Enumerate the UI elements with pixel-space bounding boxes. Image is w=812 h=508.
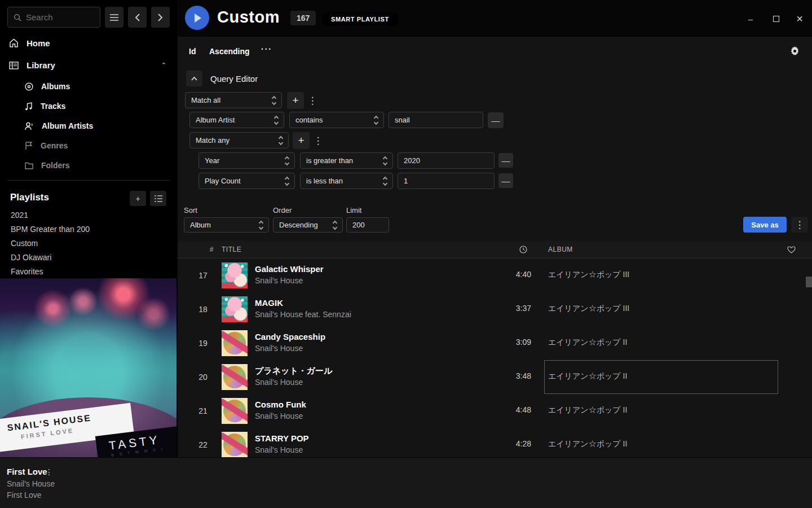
- match-any-select[interactable]: Match any: [189, 132, 289, 148]
- select-arrows-icon: [275, 116, 278, 124]
- track-title[interactable]: Cosmo Funk: [255, 400, 306, 409]
- track-title[interactable]: STARRY POP: [255, 433, 309, 443]
- track-title[interactable]: プラネット・ガール: [255, 366, 332, 376]
- rule1-operator-select[interactable]: contains: [289, 112, 384, 128]
- track-title[interactable]: Galactic Whisper: [255, 264, 324, 274]
- track-artist[interactable]: Snail's House: [255, 276, 303, 285]
- minimize-button[interactable]: –: [740, 12, 761, 25]
- sidebar-item-album-artists[interactable]: Album Artists: [0, 119, 178, 133]
- save-as-button[interactable]: Save as: [743, 217, 787, 233]
- track-title[interactable]: Candy Spaceship: [255, 332, 325, 341]
- playlist-item[interactable]: Custom: [11, 239, 38, 248]
- sidebar-divider: [7, 180, 170, 181]
- track-artist[interactable]: Snail's House: [255, 344, 303, 353]
- track-album[interactable]: エイリアン☆ポップ II: [548, 439, 627, 449]
- playlists-heading: Playlists: [10, 192, 49, 203]
- track-artist[interactable]: Snail's House feat. Sennzai: [255, 310, 351, 319]
- nav-back-button[interactable]: [128, 7, 147, 28]
- rule2-value-input[interactable]: 2020: [398, 152, 495, 169]
- sidebar-item-label: Home: [27, 38, 50, 48]
- play-playlist-button[interactable]: [185, 6, 209, 30]
- col-title[interactable]: TITLE: [222, 246, 241, 253]
- rule1-field-select[interactable]: Album Artist: [189, 112, 284, 128]
- playlist-item[interactable]: Favorites: [11, 267, 43, 276]
- track-artist[interactable]: Snail's House: [255, 445, 303, 454]
- limit-input[interactable]: 200: [346, 217, 389, 233]
- chevron-right-icon: [158, 14, 163, 21]
- maximize-button[interactable]: [766, 12, 786, 25]
- col-index[interactable]: #: [203, 246, 220, 253]
- add-playlist-button[interactable]: +: [130, 191, 146, 206]
- rule2-operator-select[interactable]: is greater than: [300, 152, 393, 169]
- track-row[interactable]: 19Candy SpaceshipSnail's House3:09エイリアン☆…: [178, 326, 812, 360]
- track-album[interactable]: エイリアン☆ポップ III: [548, 304, 629, 314]
- playlist-item[interactable]: 2021: [11, 211, 28, 220]
- track-album-art: [222, 398, 248, 424]
- track-artist[interactable]: Snail's House: [255, 411, 303, 421]
- sidebar-item-label: Library: [27, 60, 55, 70]
- now-playing-album-art[interactable]: SNAIL'S HOUSE FIRST LOVE TASTY B S T M M…: [0, 278, 176, 457]
- playlist-list-button[interactable]: [150, 191, 166, 206]
- track-artist[interactable]: Snail's House: [255, 378, 303, 387]
- sidebar-item-tracks[interactable]: Tracks: [0, 99, 178, 113]
- track-album[interactable]: エイリアン☆ポップ II: [548, 405, 627, 415]
- more-options-button[interactable]: ···: [261, 45, 272, 54]
- select-arrows-icon: [285, 177, 289, 185]
- sidebar-item-label: Tracks: [41, 102, 65, 111]
- playlist-item[interactable]: BPM Greater than 200: [11, 225, 90, 234]
- tracklist-header: # TITLE ALBUM: [178, 241, 812, 259]
- collapse-query-editor-button[interactable]: [186, 71, 202, 86]
- rule3-operator-select[interactable]: is less than: [300, 173, 393, 189]
- remove-rule3-button[interactable]: —: [498, 173, 513, 188]
- col-album[interactable]: ALBUM: [548, 246, 573, 253]
- add-subrule-button[interactable]: +: [293, 132, 310, 149]
- sidebar-item-label: Folders: [41, 161, 70, 170]
- sort-field-button[interactable]: Id: [189, 47, 196, 56]
- tracklist-scrollbar[interactable]: [806, 277, 812, 287]
- sidebar-item-home[interactable]: Home: [0, 35, 178, 51]
- track-album[interactable]: エイリアン☆ポップ II: [548, 338, 627, 348]
- sidebar-item-folders[interactable]: Folders: [0, 158, 178, 173]
- rule2-field-select[interactable]: Year: [198, 152, 295, 169]
- playlist-item[interactable]: DJ Okawari: [11, 253, 51, 262]
- main-content: Id Ascending ··· Query Editor Match all …: [178, 37, 812, 457]
- subgroup-options-button[interactable]: ⋮: [313, 133, 323, 148]
- rule1-value-input[interactable]: snail: [389, 112, 483, 128]
- track-row[interactable]: 20プラネット・ガールSnail's House3:48エイリアン☆ポップ II: [178, 360, 812, 394]
- now-playing-album[interactable]: First Love: [7, 491, 41, 500]
- group-options-button[interactable]: ⋮: [307, 93, 317, 108]
- save-options-button[interactable]: ⋮: [791, 217, 808, 233]
- track-title[interactable]: MAGIK: [255, 298, 283, 308]
- menu-button[interactable]: [105, 7, 123, 28]
- now-playing-title[interactable]: First Love: [7, 467, 47, 476]
- now-playing-artist[interactable]: Snail's House: [7, 479, 55, 488]
- sort-order-button[interactable]: Ascending: [209, 47, 250, 56]
- sidebar-item-library[interactable]: Library ⌃: [0, 57, 178, 73]
- collapse-chevron-icon[interactable]: ⌃: [161, 62, 166, 69]
- remove-rule1-button[interactable]: —: [488, 112, 504, 128]
- close-button[interactable]: ×: [789, 12, 810, 25]
- now-playing-options-button[interactable]: ⋮: [45, 467, 53, 476]
- remove-rule2-button[interactable]: —: [498, 153, 513, 168]
- track-album[interactable]: エイリアン☆ポップ III: [548, 270, 629, 280]
- favorite-heart-icon[interactable]: [787, 246, 796, 253]
- track-row[interactable]: 22STARRY POPSnail's House4:28エイリアン☆ポップ I…: [178, 428, 812, 457]
- match-all-select[interactable]: Match all: [185, 92, 282, 108]
- add-rule-button[interactable]: +: [287, 92, 304, 109]
- order-select[interactable]: Descending: [273, 217, 343, 233]
- sidebar-item-albums[interactable]: Albums: [0, 79, 178, 94]
- sidebar-item-label: Genres: [41, 141, 68, 150]
- rule3-value-input[interactable]: 1: [398, 173, 495, 189]
- page-title: Custom: [217, 8, 280, 27]
- sidebar-item-label: Albums: [41, 82, 70, 91]
- settings-button[interactable]: [790, 46, 800, 56]
- nav-forward-button[interactable]: [151, 7, 170, 28]
- track-row[interactable]: 18MAGIKSnail's House feat. Sennzai3:37エイ…: [178, 292, 812, 326]
- rule3-field-select[interactable]: Play Count: [198, 173, 295, 189]
- sort-select[interactable]: Album: [184, 217, 269, 233]
- track-row[interactable]: 21Cosmo FunkSnail's House4:48エイリアン☆ポップ I…: [178, 394, 812, 428]
- sidebar-item-genres[interactable]: Genres: [0, 138, 178, 153]
- search-input[interactable]: Search: [7, 7, 100, 28]
- duration-clock-icon[interactable]: [519, 246, 527, 253]
- track-row[interactable]: 17Galactic WhisperSnail's House4:40エイリアン…: [178, 259, 812, 292]
